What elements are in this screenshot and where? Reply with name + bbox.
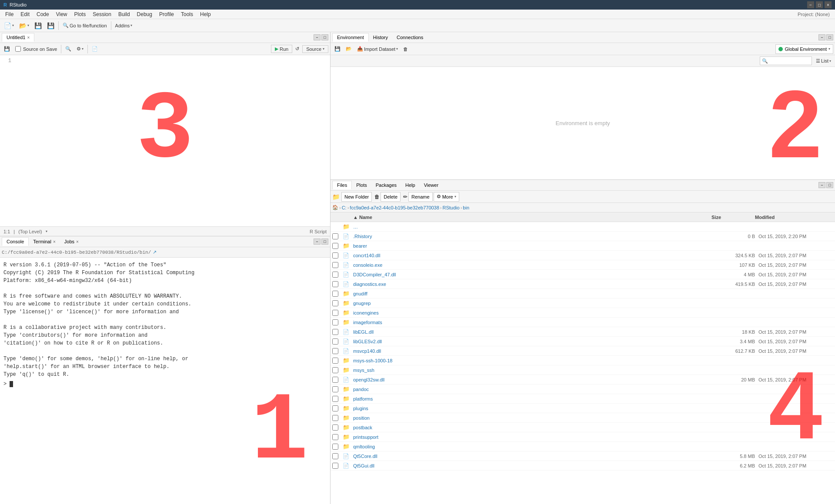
menu-help[interactable]: Help	[197, 10, 214, 18]
environment-tab[interactable]: Environment	[332, 33, 369, 42]
plots-tab[interactable]: Plots	[352, 181, 371, 189]
file-row-gnugrep[interactable]: 📁 gnugrep	[331, 298, 835, 308]
postback-name[interactable]: postback	[353, 425, 711, 430]
console-minimize-btn[interactable]: −	[314, 239, 321, 245]
file-row-qmltooling[interactable]: 📁 qmltooling	[331, 442, 835, 451]
gnugrep-name[interactable]: gnugrep	[353, 301, 711, 306]
file-row-d3d[interactable]: 📄 D3DCompiler_47.dll 4 MB Oct 15, 2019, …	[331, 270, 835, 279]
list-view-btn[interactable]: ☰ List ▾	[814, 56, 833, 66]
gnugrep-checkbox[interactable]	[332, 300, 338, 306]
files-tab[interactable]: Files	[332, 181, 352, 189]
clear-env-btn[interactable]: 🗑	[401, 44, 410, 54]
packages-tab[interactable]: Packages	[371, 181, 401, 189]
file-row-platforms[interactable]: 📁 platforms	[331, 394, 835, 404]
concrt-checkbox[interactable]	[332, 252, 338, 259]
code-tools-btn[interactable]: ⚙ ▾	[74, 44, 86, 54]
msys-ssh2-name[interactable]: msys_ssh	[353, 368, 711, 373]
rhistory-name[interactable]: .Rhistory	[353, 234, 711, 239]
editor-save-btn[interactable]: 💾	[2, 44, 12, 54]
global-env-selector[interactable]: Global Environment ▾	[775, 44, 833, 54]
menu-view[interactable]: View	[53, 10, 71, 18]
breadcrumb-c[interactable]: C:	[342, 205, 347, 210]
jobs-close-icon[interactable]: ×	[76, 239, 79, 244]
d3d-checkbox[interactable]	[332, 272, 338, 278]
gnudiff-name[interactable]: gnudiff	[353, 291, 711, 296]
file-row-pandoc[interactable]: 📁 pandoc	[331, 385, 835, 394]
env-save-btn[interactable]: 💾	[332, 44, 343, 54]
open-file-button[interactable]: 📂 ▾	[17, 20, 31, 31]
file-row-qt5core[interactable]: 📄 Qt5Core.dll 5.8 MB Oct 15, 2019, 2:07 …	[331, 451, 835, 461]
go-to-file-button[interactable]: 🔍 Go to file/function	[60, 20, 109, 31]
menu-tools[interactable]: Tools	[177, 10, 197, 18]
platforms-name[interactable]: platforms	[353, 396, 711, 401]
menu-edit[interactable]: Edit	[17, 10, 33, 18]
printsupport-checkbox[interactable]	[332, 434, 338, 440]
run-button[interactable]: ▶ Run	[271, 45, 292, 53]
file-row-libegl[interactable]: 📄 libEGL.dll 18 KB Oct 15, 2019, 2:07 PM	[331, 327, 835, 337]
source-button[interactable]: Source ▾	[302, 45, 328, 53]
file-row-rhistory[interactable]: 📄 .Rhistory 0 B Oct 15, 2019, 2:20 PM	[331, 232, 835, 241]
bearer-checkbox[interactable]	[332, 243, 338, 249]
console-content[interactable]: R version 3.6.1 (2019-07-05) -- "Action …	[0, 258, 330, 504]
rename-btn[interactable]: Rename	[408, 192, 433, 202]
rhistory-checkbox[interactable]	[332, 233, 338, 239]
file-row-iconengines[interactable]: 📁 iconengines	[331, 308, 835, 318]
imageformats-name[interactable]: imageformats	[353, 320, 711, 325]
opengl-checkbox[interactable]	[332, 377, 338, 383]
menu-build[interactable]: Build	[115, 10, 134, 18]
menu-code[interactable]: Code	[33, 10, 53, 18]
file-row-diagnostics[interactable]: 📄 diagnostics.exe 419.5 KB Oct 15, 2019,…	[331, 279, 835, 289]
file-row-msys-ssh[interactable]: 📁 msys-ssh-1000-18	[331, 356, 835, 365]
env-search-input[interactable]	[760, 56, 812, 65]
qt5gui-name[interactable]: Qt5Gui.dll	[353, 463, 711, 468]
breadcrumb-bin[interactable]: bin	[463, 205, 469, 210]
viewer-tab[interactable]: Viewer	[420, 181, 443, 189]
plugins-checkbox[interactable]	[332, 405, 338, 411]
terminal-close-icon[interactable]: ×	[53, 239, 56, 244]
more-btn[interactable]: ⚙ More ▾	[434, 192, 459, 202]
breadcrumb-guid[interactable]: fcc9a0ed-a7e2-44c0-b195-be32eb770038	[350, 205, 439, 210]
file-row-msys-ssh2[interactable]: 📁 msys_ssh	[331, 365, 835, 375]
position-name[interactable]: position	[353, 415, 711, 421]
help-tab[interactable]: Help	[401, 181, 420, 189]
libegl-checkbox[interactable]	[332, 329, 338, 335]
msys-ssh2-checkbox[interactable]	[332, 367, 338, 373]
opengl-name[interactable]: opengl32sw.dll	[353, 377, 711, 382]
msys-ssh-name[interactable]: msys-ssh-1000-18	[353, 358, 711, 363]
delete-btn[interactable]: Delete	[381, 192, 401, 202]
file-row-up[interactable]: 📁 …	[331, 222, 835, 232]
addins-button[interactable]: Addins ▾	[113, 20, 135, 31]
compile-btn[interactable]: 📄	[90, 44, 100, 54]
iconengines-name[interactable]: iconengines	[353, 310, 711, 315]
libegl-name[interactable]: libEGL.dll	[353, 329, 711, 335]
imageformats-checkbox[interactable]	[332, 319, 338, 325]
re-run-btn[interactable]: ↺	[293, 44, 301, 54]
bearer-name[interactable]: bearer	[353, 243, 711, 249]
msvcp-name[interactable]: msvcp140.dll	[353, 348, 711, 354]
editor-tab-close[interactable]: ×	[27, 35, 30, 40]
iconengines-checkbox[interactable]	[332, 310, 338, 316]
code-editor[interactable]	[15, 57, 328, 225]
env-maximize-btn[interactable]: □	[826, 34, 833, 40]
import-dataset-btn[interactable]: 📥 Import Dataset ▾	[355, 44, 400, 54]
col-name[interactable]: ▲ Name	[353, 215, 711, 220]
file-row-printsupport[interactable]: 📁 printsupport	[331, 432, 835, 442]
minimize-button[interactable]: −	[807, 1, 814, 8]
console-path-link-icon[interactable]: ↗	[153, 249, 157, 255]
d3d-name[interactable]: D3DCompiler_47.dll	[353, 272, 711, 277]
file-row-msvcp[interactable]: 📄 msvcp140.dll 612.7 KB Oct 15, 2019, 2:…	[331, 346, 835, 356]
libgles-checkbox[interactable]	[332, 338, 338, 345]
gnudiff-checkbox[interactable]	[332, 291, 338, 297]
qt5core-name[interactable]: Qt5Core.dll	[353, 454, 711, 459]
source-on-save-checkbox[interactable]	[15, 46, 21, 52]
qt5gui-checkbox[interactable]	[332, 463, 338, 469]
console-tab[interactable]: Console	[2, 237, 29, 246]
files-maximize-btn[interactable]: □	[826, 182, 833, 188]
up-name[interactable]: …	[353, 224, 711, 229]
msys-ssh-checkbox[interactable]	[332, 358, 338, 364]
jobs-tab[interactable]: Jobs ×	[60, 238, 83, 245]
file-row-gnudiff[interactable]: 📁 gnudiff	[331, 289, 835, 298]
concrt-name[interactable]: concrt140.dll	[353, 253, 711, 258]
env-minimize-btn[interactable]: −	[818, 34, 825, 40]
maximize-button[interactable]: □	[816, 1, 823, 8]
